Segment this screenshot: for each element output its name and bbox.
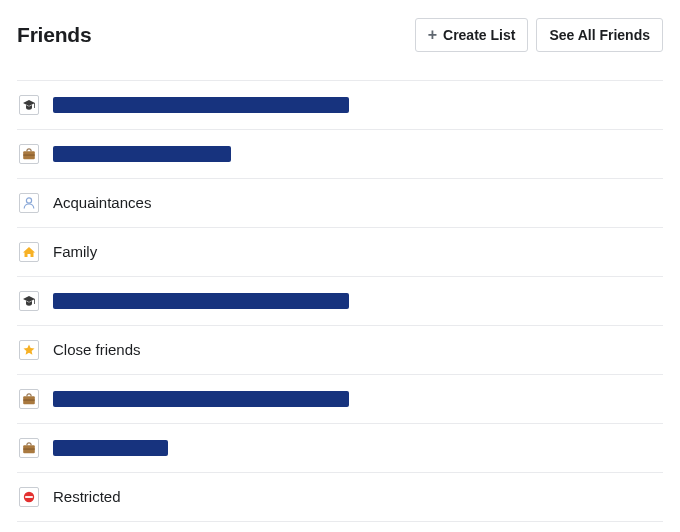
page-title: Friends <box>17 23 91 47</box>
friend-list-label: Restricted <box>53 488 121 506</box>
plus-icon: + <box>428 27 437 43</box>
redacted-label <box>53 293 349 309</box>
friend-list-label: Acquaintances <box>53 194 151 212</box>
friend-list-row[interactable] <box>17 81 663 130</box>
friend-list-label: Family <box>53 243 97 261</box>
friend-list-row[interactable] <box>17 375 663 424</box>
redacted-label <box>53 391 349 407</box>
header-actions: + Create List See All Friends <box>415 18 663 52</box>
friend-list-row[interactable] <box>17 424 663 473</box>
friend-list-row[interactable] <box>17 277 663 326</box>
friend-list-row[interactable]: Family <box>17 228 663 277</box>
graduation-cap-icon <box>19 291 39 311</box>
redacted-label <box>53 146 231 162</box>
friend-list-row[interactable] <box>17 130 663 179</box>
friend-list-row[interactable]: Restricted <box>17 473 663 522</box>
friend-list-row[interactable]: Close friends <box>17 326 663 375</box>
see-all-friends-label: See All Friends <box>549 28 650 42</box>
briefcase-icon <box>19 389 39 409</box>
create-list-label: Create List <box>443 28 515 42</box>
see-all-friends-button[interactable]: See All Friends <box>536 18 663 52</box>
friend-list-row[interactable]: Acquaintances <box>17 179 663 228</box>
restricted-icon <box>19 487 39 507</box>
redacted-label <box>53 440 168 456</box>
person-outline-icon <box>19 193 39 213</box>
star-icon <box>19 340 39 360</box>
briefcase-icon <box>19 144 39 164</box>
friend-list-label: Close friends <box>53 341 141 359</box>
home-icon <box>19 242 39 262</box>
briefcase-icon <box>19 438 39 458</box>
graduation-cap-icon <box>19 95 39 115</box>
create-list-button[interactable]: + Create List <box>415 18 529 52</box>
redacted-label <box>53 97 349 113</box>
friend-lists: AcquaintancesFamilyClose friendsRestrict… <box>17 80 663 522</box>
friends-header: Friends + Create List See All Friends <box>17 10 663 80</box>
